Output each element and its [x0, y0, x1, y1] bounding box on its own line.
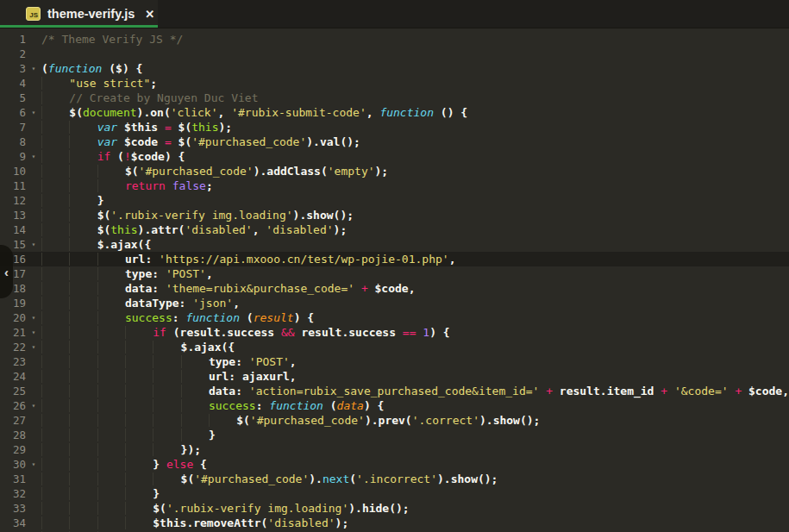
line-number[interactable]: 30	[0, 457, 26, 472]
code-line-2[interactable]: 2	[0, 47, 789, 61]
code-editor[interactable]: 1/* Theme Verify JS */23▾(function ($) {…	[0, 28, 789, 532]
fold-spacer	[26, 135, 41, 149]
line-number[interactable]: 33	[0, 501, 26, 516]
code-line-23[interactable]: 23 type: 'POST',	[0, 354, 789, 369]
line-number[interactable]: 25	[0, 384, 26, 398]
code-line-5[interactable]: 5 // Create by Nguyen Duc Viet	[0, 91, 789, 105]
code-line-32[interactable]: 32 }	[0, 486, 789, 501]
fold-spacer	[26, 516, 41, 530]
fold-arrow-icon[interactable]: ▾	[26, 310, 41, 325]
fold-spacer	[26, 369, 41, 384]
code-text: $('#purchased_code').next('.incorrect').…	[41, 472, 498, 486]
code-text: type: 'POST',	[41, 354, 297, 369]
code-line-9[interactable]: 9▾ if (!$code) {	[0, 149, 789, 164]
line-number[interactable]: 22	[0, 340, 26, 354]
line-number[interactable]: 1	[0, 32, 26, 47]
line-number[interactable]: 2	[0, 47, 26, 61]
fold-arrow-icon[interactable]: ▾	[26, 105, 41, 120]
line-number[interactable]: 28	[0, 428, 26, 442]
fold-spacer	[26, 266, 41, 281]
code-line-12[interactable]: 12 }	[0, 193, 789, 208]
line-number[interactable]: 20	[0, 310, 26, 325]
code-line-26[interactable]: 26▾ success: function (data) {	[0, 398, 789, 413]
code-line-19[interactable]: 19 dataType: 'json',	[0, 296, 789, 310]
code-line-24[interactable]: 24 url: ajaxurl,	[0, 369, 789, 384]
code-text: type: 'POST',	[41, 266, 213, 281]
fold-spacer	[26, 32, 41, 47]
code-line-28[interactable]: 28 }	[0, 428, 789, 442]
code-line-1[interactable]: 1/* Theme Verify JS */	[0, 32, 789, 47]
fold-arrow-icon[interactable]: ▾	[26, 398, 41, 413]
line-number[interactable]: 14	[0, 222, 26, 237]
fold-arrow-icon[interactable]: ▾	[26, 340, 41, 354]
code-line-8[interactable]: 8 var $code = $('#purchased_code').val()…	[0, 135, 789, 149]
line-number[interactable]: 6	[0, 105, 26, 120]
code-line-4[interactable]: 4 "use strict";	[0, 76, 789, 91]
code-line-21[interactable]: 21▾ if (result.success && result.success…	[0, 325, 789, 340]
code-line-7[interactable]: 7 var $this = $(this);	[0, 120, 789, 135]
code-line-31[interactable]: 31 $('#purchased_code').next('.incorrect…	[0, 472, 789, 486]
line-number[interactable]: 29	[0, 442, 26, 457]
code-line-3[interactable]: 3▾(function ($) {	[0, 61, 789, 76]
line-number[interactable]: 34	[0, 516, 26, 530]
code-line-16[interactable]: 16 url: 'https://api.mxooo.cn/test/wp-po…	[0, 252, 789, 266]
line-number[interactable]: 11	[0, 178, 26, 193]
fold-spacer	[26, 472, 41, 486]
fold-spacer	[26, 91, 41, 105]
line-number[interactable]: 4	[0, 76, 26, 91]
line-number[interactable]: 3	[0, 61, 26, 76]
code-text: url: 'https://api.mxooo.cn/test/wp-pojie…	[41, 252, 455, 266]
code-text: }	[41, 486, 160, 501]
code-line-34[interactable]: 34 $this.removeAttr('disabled');	[0, 516, 789, 530]
code-line-25[interactable]: 25 data: 'action=rubix_save_purchased_co…	[0, 384, 789, 398]
line-number[interactable]: 21	[0, 325, 26, 340]
code-line-27[interactable]: 27 $('#purchased_code').prev('.correct')…	[0, 413, 789, 428]
line-number[interactable]: 12	[0, 193, 26, 208]
code-line-29[interactable]: 29 });	[0, 442, 789, 457]
line-number[interactable]: 10	[0, 164, 26, 178]
code-line-6[interactable]: 6▾ $(document).on('click', '#rubix-submi…	[0, 105, 789, 120]
line-number[interactable]: 31	[0, 472, 26, 486]
line-number[interactable]: 5	[0, 91, 26, 105]
line-number[interactable]: 23	[0, 354, 26, 369]
fold-spacer	[26, 120, 41, 135]
code-lines: 1/* Theme Verify JS */23▾(function ($) {…	[0, 32, 789, 532]
code-text: $.ajax({	[41, 340, 235, 354]
sidebar-collapse-toggle[interactable]: ‹	[0, 245, 13, 298]
code-line-22[interactable]: 22▾ $.ajax({	[0, 340, 789, 354]
line-number[interactable]: 7	[0, 120, 26, 135]
fold-arrow-icon[interactable]: ▾	[26, 237, 41, 252]
code-text: $('#purchased_code').prev('.correct').sh…	[41, 413, 540, 428]
code-line-10[interactable]: 10 $('#purchased_code').addClass('empty'…	[0, 164, 789, 178]
code-line-20[interactable]: 20▾ success: function (result) {	[0, 310, 789, 325]
line-number[interactable]: 26	[0, 398, 26, 413]
line-number[interactable]: 27	[0, 413, 26, 428]
code-line-13[interactable]: 13 $('.rubix-verify img.loading').show()…	[0, 208, 789, 222]
fold-arrow-icon[interactable]: ▾	[26, 61, 41, 76]
fold-arrow-icon[interactable]: ▾	[26, 149, 41, 164]
code-line-15[interactable]: 15▾ $.ajax({	[0, 237, 789, 252]
code-text: return false;	[41, 178, 213, 193]
code-line-17[interactable]: 17 type: 'POST',	[0, 266, 789, 281]
code-line-14[interactable]: 14 $(this).attr('disabled', 'disabled');	[0, 222, 789, 237]
code-text: // Create by Nguyen Duc Viet	[41, 91, 258, 105]
code-text: } else {	[41, 457, 207, 472]
fold-arrow-icon[interactable]: ▾	[26, 457, 41, 472]
code-text: if (!$code) {	[41, 149, 185, 164]
tab-close-icon[interactable]: ✕	[145, 8, 154, 21]
fold-spacer	[26, 178, 41, 193]
line-number[interactable]: 24	[0, 369, 26, 384]
tab-theme-verify-js[interactable]: JS theme-verify.js ✕	[0, 0, 158, 28]
fold-spacer	[26, 428, 41, 442]
line-number[interactable]: 8	[0, 135, 26, 149]
code-line-33[interactable]: 33 $('.rubix-verify img.loading').hide()…	[0, 501, 789, 516]
line-number[interactable]: 13	[0, 208, 26, 222]
code-line-30[interactable]: 30▾ } else {	[0, 457, 789, 472]
line-number[interactable]: 32	[0, 486, 26, 501]
fold-arrow-icon[interactable]: ▾	[26, 325, 41, 340]
code-text: url: ajaxurl,	[41, 369, 297, 384]
code-text: /* Theme Verify JS */	[41, 32, 183, 47]
line-number[interactable]: 9	[0, 149, 26, 164]
code-line-11[interactable]: 11 return false;	[0, 178, 789, 193]
code-line-18[interactable]: 18 data: 'theme=rubix&purchase_code=' + …	[0, 281, 789, 296]
